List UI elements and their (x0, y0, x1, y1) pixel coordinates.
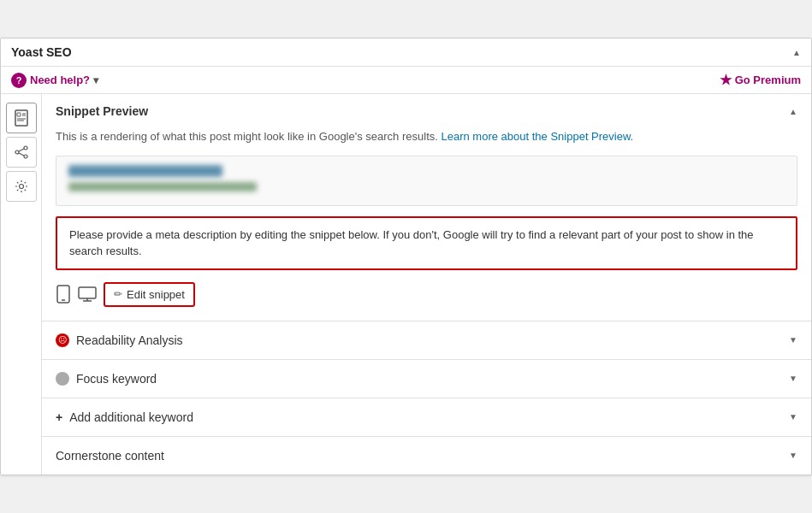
snippet-preview-header[interactable]: Snippet Preview ▲ (42, 94, 811, 128)
edit-snippet-button[interactable]: ✏ Edit snippet (104, 282, 195, 307)
cornerstone-chevron: ▼ (789, 451, 797, 460)
chevron-down-icon: ▾ (93, 74, 98, 86)
main-content: Snippet Preview ▲ This is a rendering of… (42, 94, 811, 475)
svg-rect-1 (17, 113, 21, 116)
focus-keyword-section[interactable]: Focus keyword ▼ (42, 360, 811, 398)
cornerstone-left: Cornerstone content (56, 449, 164, 463)
share-icon (15, 145, 28, 159)
focus-keyword-left: Focus keyword (56, 372, 157, 386)
svg-point-8 (24, 155, 27, 158)
go-premium-label: Go Premium (735, 74, 801, 86)
focus-keyword-status-dot (56, 372, 69, 386)
additional-keyword-label: Add additional keyword (69, 410, 193, 424)
toolbar-row: ? Need help? ▾ ★ Go Premium (1, 67, 811, 94)
readability-label: Readability Analysis (76, 333, 183, 347)
svg-line-9 (19, 149, 24, 151)
cornerstone-section[interactable]: Cornerstone content ▼ (42, 437, 811, 475)
sidebar-item-snippet[interactable] (6, 103, 37, 133)
focus-keyword-chevron: ▼ (789, 374, 797, 383)
snippet-description: This is a rendering of what this post mi… (56, 128, 797, 145)
pencil-icon: ✏ (114, 288, 122, 300)
star-icon: ★ (720, 72, 732, 88)
plus-icon: + (56, 410, 62, 424)
help-icon: ? (11, 73, 27, 88)
snippet-preview-collapse-icon: ▲ (789, 107, 797, 116)
sidebar (1, 94, 42, 475)
content-area: Snippet Preview ▲ This is a rendering of… (1, 94, 811, 475)
blurred-title-line (68, 165, 222, 177)
need-help-button[interactable]: ? Need help? ▾ (11, 73, 98, 88)
svg-point-11 (19, 185, 23, 189)
panel-title: Yoast SEO (11, 45, 72, 59)
blurred-url-line (68, 182, 257, 192)
readability-left: ☹ Readability Analysis (56, 333, 183, 347)
additional-keyword-section[interactable]: + Add additional keyword ▼ (42, 398, 811, 437)
svg-rect-14 (79, 287, 96, 298)
cornerstone-label: Cornerstone content (56, 449, 164, 463)
yoast-seo-panel: Yoast SEO ▲ ? Need help? ▾ ★ Go Premium (0, 38, 812, 475)
snippet-preview-body: This is a rendering of what this post mi… (42, 128, 811, 321)
focus-keyword-label: Focus keyword (76, 372, 157, 386)
go-premium-button[interactable]: ★ Go Premium (720, 72, 801, 88)
settings-icon (15, 180, 28, 193)
additional-keyword-chevron: ▼ (789, 412, 797, 422)
panel-header-right: ▲ (792, 48, 801, 57)
svg-point-7 (15, 150, 19, 154)
mobile-device-icon[interactable] (56, 285, 71, 304)
desktop-device-icon[interactable] (78, 286, 97, 302)
google-preview-box (56, 156, 797, 206)
svg-point-6 (24, 146, 27, 150)
sidebar-item-share[interactable] (6, 137, 37, 168)
readability-status-dot: ☹ (56, 333, 69, 347)
sidebar-item-settings[interactable] (6, 171, 37, 202)
svg-line-10 (19, 153, 24, 156)
snippet-preview-title: Snippet Preview (56, 104, 148, 118)
meta-description-warning: Please provide a meta description by edi… (56, 216, 797, 270)
snippet-sidebar-icon (15, 109, 28, 127)
panel-header: Yoast SEO ▲ (1, 38, 811, 67)
learn-more-link[interactable]: Learn more about the Snippet Preview. (441, 130, 633, 143)
need-help-label: Need help? (30, 74, 90, 86)
snippet-preview-section: Snippet Preview ▲ This is a rendering of… (42, 94, 811, 321)
additional-keyword-left: + Add additional keyword (56, 410, 193, 424)
panel-collapse-icon[interactable]: ▲ (792, 48, 801, 57)
readability-section[interactable]: ☹ Readability Analysis ▼ (42, 321, 811, 360)
readability-chevron: ▼ (789, 335, 797, 345)
action-row: ✏ Edit snippet (56, 282, 797, 307)
